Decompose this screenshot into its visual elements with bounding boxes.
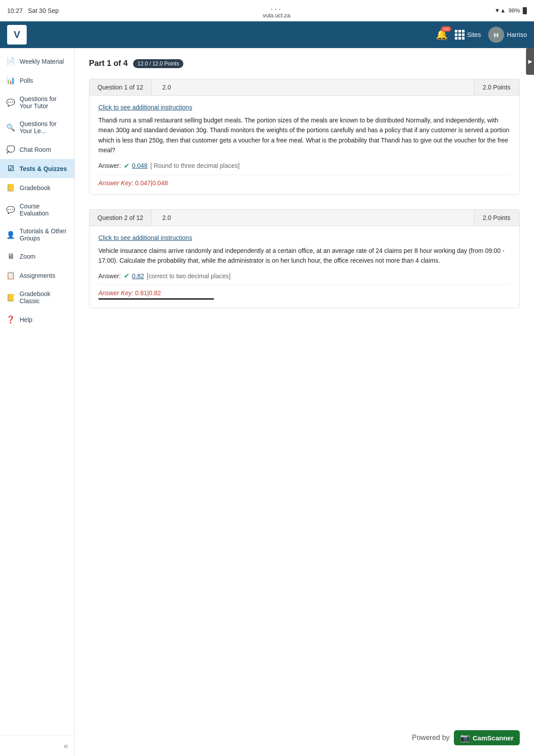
questions-le-icon: 🔍 (6, 123, 15, 132)
sites-button[interactable]: Sites (455, 30, 481, 40)
instruction-link-2[interactable]: Click to see additional instructions (98, 234, 510, 241)
answer-key-value-1: 0.047|0.048 (135, 179, 168, 187)
question-body-2: Click to see additional instructions Veh… (89, 226, 519, 308)
answer-note-1: [ Round to three decimal places] (150, 162, 240, 169)
question-body-1: Click to see additional instructions Tha… (89, 96, 519, 195)
sidebar-item-assignments[interactable]: 📋 Assignments (0, 266, 74, 285)
sidebar-item-weekly-material[interactable]: 📄 Weekly Material (0, 52, 74, 71)
user-menu[interactable]: H Harriso (488, 27, 527, 43)
question-block-1: Question 1 of 12 2.0 2.0 Points Click to… (89, 79, 520, 195)
layout: 📄 Weekly Material 📊 Polls 💬 Questions fo… (0, 48, 534, 756)
answer-value-1: 0.048 (132, 162, 148, 169)
polls-label: Polls (20, 77, 33, 84)
answer-label-2: Answer: (98, 272, 121, 280)
grid-icon (455, 30, 465, 40)
answer-label-1: Answer: (98, 162, 121, 169)
sidebar-collapse-button[interactable]: « (0, 736, 74, 756)
question-text-1: Thandi runs a small restaurant selling b… (98, 115, 510, 155)
question-score-1: 2.0 (152, 79, 474, 95)
logo: V (7, 25, 27, 45)
bell-badge: 150 (441, 26, 451, 32)
zoom-icon: 🖥 (6, 252, 15, 260)
camscanner-badge: 📷 CamScanner (454, 730, 520, 745)
question-points-1: 2.0 Points (474, 79, 519, 95)
question-header-1: Question 1 of 12 2.0 2.0 Points (89, 79, 519, 96)
question-block-2: Question 2 of 12 2.0 2.0 Points Click to… (89, 209, 520, 309)
course-evaluation-icon: 💬 (6, 206, 15, 214)
sidebar-item-chat-room[interactable]: 💭 Chat Room (0, 140, 74, 159)
checkmark-1: ✔ (124, 162, 129, 170)
tutorials-groups-icon: 👤 (6, 231, 15, 239)
weekly-material-icon: 📄 (6, 57, 15, 65)
questions-tutor-icon: 💬 (6, 98, 15, 107)
instruction-link-1[interactable]: Click to see additional instructions (98, 104, 510, 111)
answer-row-2: Answer: ✔ 0.82 [correct to two decimal p… (98, 272, 510, 280)
sidebar-item-gradebook-classic[interactable]: 📒 Gradebook Classic (0, 285, 74, 310)
answer-key-row-1: Answer Key: 0.047|0.048 (98, 175, 510, 187)
sidebar-item-questions-tutor[interactable]: 💬 Questions for Your Tutor (0, 90, 74, 115)
help-label: Help (20, 316, 32, 323)
sidebar-item-gradebook[interactable]: 📒 Gradebook (0, 178, 74, 197)
questions-container: Question 1 of 12 2.0 2.0 Points Click to… (89, 79, 520, 308)
status-battery: ▼▲ 98% █ (494, 7, 527, 14)
question-header-2: Question 2 of 12 2.0 2.0 Points (89, 210, 519, 226)
top-nav: V 🔔 150 Sites H Harriso (0, 21, 534, 48)
status-time-date: 10:27 Sat 30 Sep (7, 7, 59, 14)
top-nav-right: 🔔 150 Sites H Harriso (436, 27, 527, 43)
help-icon: ❓ (6, 315, 15, 324)
bell-icon[interactable]: 🔔 150 (436, 29, 448, 41)
sidebar-item-help[interactable]: ❓ Help (0, 310, 74, 329)
gradebook-icon: 📒 (6, 183, 15, 192)
bottom-branding: Powered by 📷 CamScanner (412, 730, 520, 745)
question-score-2: 2.0 (152, 210, 474, 226)
tests-quizzes-label: Tests & Quizzes (20, 165, 67, 172)
sidebar-item-tests-quizzes[interactable]: ☑ Tests & Quizzes (0, 159, 74, 178)
sidebar-item-polls[interactable]: 📊 Polls (0, 71, 74, 90)
answer-key-label-1: Answer Key: (98, 179, 134, 187)
gradebook-classic-icon: 📒 (6, 293, 15, 302)
question-number-2: Question 2 of 12 (89, 210, 152, 226)
checkmark-2: ✔ (124, 272, 129, 280)
sidebar-item-zoom[interactable]: 🖥 Zoom (0, 247, 74, 266)
status-url: ... vula.uct.za (263, 3, 290, 19)
avatar: H (488, 27, 504, 43)
tutorials-groups-label: Tutorials & Other Groups (20, 228, 68, 242)
points-badge: 12.0 / 12.0 Points (133, 59, 183, 68)
weekly-material-label: Weekly Material (20, 58, 64, 65)
answer-value-2: 0.82 (132, 272, 144, 280)
part-header: Part 1 of 4 12.0 / 12.0 Points (89, 59, 520, 68)
edge-tab[interactable]: ▶ (526, 48, 534, 75)
assignments-label: Assignments (20, 272, 55, 279)
assignments-icon: 📋 (6, 271, 15, 280)
answer-note-2: [correct to two decimal places] (147, 272, 231, 280)
answer-row-1: Answer: ✔ 0.048 [ Round to three decimal… (98, 162, 510, 170)
gradebook-classic-label: Gradebook Classic (20, 290, 68, 305)
questions-tutor-label: Questions for Your Tutor (20, 95, 68, 110)
part-title: Part 1 of 4 (89, 59, 128, 68)
sidebar-item-course-evaluation[interactable]: 💬 Course Evaluation (0, 197, 74, 222)
gradebook-label: Gradebook (20, 184, 50, 191)
question-text-2: Vehicle insurance claims arrive randomly… (98, 246, 510, 266)
scroll-line (98, 298, 214, 300)
chat-room-icon: 💭 (6, 145, 15, 154)
zoom-label: Zoom (20, 253, 36, 260)
sidebar: 📄 Weekly Material 📊 Polls 💬 Questions fo… (0, 48, 75, 756)
question-points-2: 2.0 Points (474, 210, 519, 226)
tests-quizzes-icon: ☑ (6, 164, 15, 173)
answer-key-value-2: 0.81|0.82 (135, 289, 161, 297)
main-content: Part 1 of 4 12.0 / 12.0 Points Question … (75, 48, 534, 756)
answer-key-label-2: Answer Key: (98, 289, 134, 297)
sidebar-item-questions-le[interactable]: 🔍 Questions for Your Le... (0, 115, 74, 140)
answer-key-row-2: Answer Key: 0.81|0.82 (98, 285, 510, 300)
polls-icon: 📊 (6, 76, 15, 85)
status-bar: 10:27 Sat 30 Sep ... vula.uct.za ▼▲ 98% … (0, 0, 534, 21)
course-evaluation-label: Course Evaluation (20, 203, 68, 217)
question-number-1: Question 1 of 12 (89, 79, 152, 95)
chat-room-label: Chat Room (20, 146, 51, 153)
questions-le-label: Questions for Your Le... (20, 120, 68, 134)
sidebar-item-tutorials-groups[interactable]: 👤 Tutorials & Other Groups (0, 222, 74, 247)
